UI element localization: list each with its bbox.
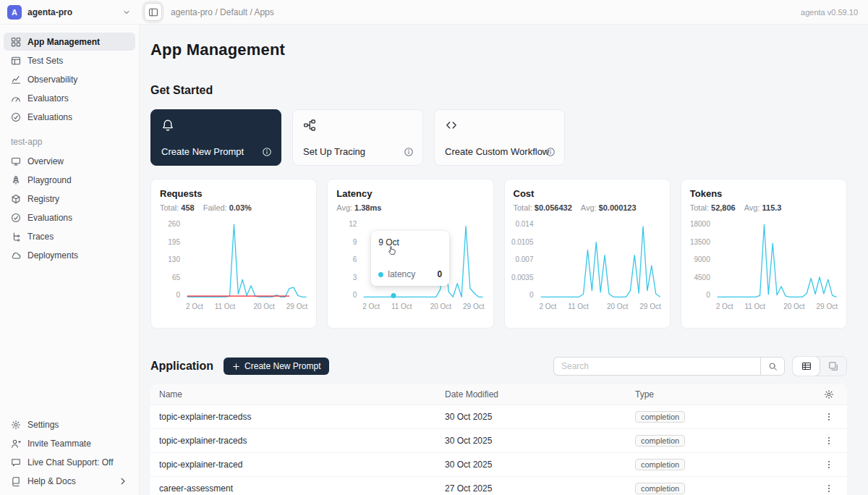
table-row[interactable]: topic-explainer-traceds30 Oct 2025comple… bbox=[150, 429, 847, 453]
stat-metric-value: 1.38ms bbox=[354, 203, 381, 212]
sidebar-app-item-evaluations[interactable]: Evaluations bbox=[4, 208, 135, 227]
sidebar-app-item-registry[interactable]: Registry bbox=[4, 190, 135, 208]
latency-chart[interactable]: 9 Octlatency0 bbox=[362, 221, 484, 299]
deployments-icon bbox=[11, 250, 21, 261]
sidebar-item-label: Registry bbox=[27, 194, 59, 204]
x-tick: 20 Oct bbox=[253, 302, 274, 310]
sidebar-item-invite-teammate[interactable]: Invite Teammate bbox=[4, 434, 135, 452]
row-menu-button[interactable] bbox=[820, 407, 838, 426]
set-up-tracing-card[interactable]: Set Up Tracing bbox=[292, 109, 423, 166]
y-tick: 260 bbox=[168, 221, 180, 228]
table-view-button[interactable] bbox=[793, 357, 820, 376]
sidebar-app-item-playground[interactable]: Playground bbox=[4, 171, 135, 189]
column-header-date-modified: Date Modified bbox=[436, 389, 626, 399]
chart-area: 1296309 Octlatency0 bbox=[336, 221, 484, 299]
x-tick: 2 Oct bbox=[540, 302, 557, 310]
sidebar-panel-icon bbox=[148, 7, 158, 17]
row-menu-button[interactable] bbox=[820, 479, 838, 495]
sidebar-item-help-docs[interactable]: Help & Docs bbox=[4, 472, 135, 490]
sidebar-item-live-chat-support-off[interactable]: Live Chat Support: Off bbox=[4, 453, 135, 471]
hovered-point-dot bbox=[391, 293, 396, 298]
sidebar-item-label: Evaluations bbox=[27, 213, 72, 223]
type-cell: completion bbox=[626, 435, 811, 447]
app-version: agenta v0.59.10 bbox=[801, 8, 858, 17]
sidebar-main-list: App ManagementTest SetsObservabilityEval… bbox=[0, 33, 139, 126]
stat-card-tokens: TokensTotal:52,806Avg:115.31800013500900… bbox=[681, 179, 847, 329]
cost-chart[interactable] bbox=[540, 221, 661, 299]
get-started-cards: Create New PromptSet Up TracingCreate Cu… bbox=[150, 109, 847, 166]
info-icon[interactable] bbox=[262, 147, 272, 157]
sidebar-item-evaluations[interactable]: Evaluations bbox=[4, 108, 135, 126]
y-tick: 6 bbox=[353, 256, 357, 263]
y-axis: 0.0140.01050.0070.00350 bbox=[514, 221, 540, 299]
app-name-cell: topic-explainer-tracedss bbox=[150, 412, 436, 422]
table-settings-button[interactable] bbox=[820, 385, 838, 404]
sidebar-item-label: App Management bbox=[27, 37, 100, 47]
sidebar-item-test-sets[interactable]: Test Sets bbox=[4, 51, 135, 69]
stat-card-title: Tokens bbox=[690, 188, 838, 199]
info-icon[interactable] bbox=[404, 147, 414, 157]
column-header-type: Type bbox=[626, 389, 811, 399]
create-new-prompt-button[interactable]: Create New Prompt bbox=[224, 358, 329, 375]
help-icon bbox=[11, 476, 21, 486]
testsets-icon bbox=[11, 56, 21, 66]
stat-metric-label: Avg: bbox=[336, 203, 352, 212]
stat-metric-value: 0.03% bbox=[229, 203, 252, 212]
row-menu-button[interactable] bbox=[820, 455, 838, 474]
create-custom-workflow-card[interactable]: Create Custom Workflow bbox=[434, 109, 565, 166]
breadcrumb[interactable]: agenta-pro / Default / Apps bbox=[171, 7, 274, 17]
stat-metric: Total:458 bbox=[160, 203, 195, 212]
info-icon[interactable] bbox=[545, 147, 556, 157]
y-tick: 4500 bbox=[694, 274, 710, 282]
sidebar-app-item-overview[interactable]: Overview bbox=[4, 152, 135, 170]
table-row[interactable]: career-assessment27 Oct 2025completion bbox=[150, 477, 847, 495]
table-body: topic-explainer-tracedss30 Oct 2025compl… bbox=[150, 405, 847, 495]
stat-metric-label: Avg: bbox=[581, 203, 597, 212]
search-button[interactable] bbox=[760, 357, 785, 376]
mouse-cursor-icon bbox=[387, 244, 398, 255]
chart-tooltip: 9 Octlatency0 bbox=[371, 231, 449, 286]
x-axis: 2 Oct11 Oct20 Oct29 Oct bbox=[186, 302, 307, 312]
search-bar bbox=[553, 357, 785, 376]
sidebar-toggle-button[interactable] bbox=[144, 3, 162, 21]
table-row[interactable]: topic-explainer-tracedss30 Oct 2025compl… bbox=[150, 405, 847, 429]
application-title: Application bbox=[150, 360, 213, 373]
search-input[interactable] bbox=[553, 357, 760, 376]
get-started-card-label: Create Custom Workflow bbox=[445, 146, 549, 157]
requests-chart[interactable] bbox=[186, 221, 307, 299]
sidebar-item-evaluators[interactable]: Evaluators bbox=[4, 89, 135, 107]
type-badge: completion bbox=[635, 411, 685, 423]
overview-icon bbox=[11, 156, 21, 166]
stat-metric-label: Total: bbox=[160, 203, 179, 212]
sidebar-app-item-deployments[interactable]: Deployments bbox=[4, 246, 135, 264]
workspace-selector[interactable]: A agenta-pro bbox=[0, 5, 140, 20]
sidebar-item-observability[interactable]: Observability bbox=[4, 70, 135, 88]
stat-card-meta: Total:$0.056432Avg:$0.000123 bbox=[514, 203, 661, 212]
chart-area: 260195130650 bbox=[160, 221, 307, 299]
table-view-icon bbox=[801, 361, 812, 371]
search-icon bbox=[768, 362, 778, 371]
get-started-title: Get Started bbox=[150, 84, 847, 97]
sidebar-app-list: OverviewPlaygroundRegistryEvaluationsTra… bbox=[0, 152, 139, 264]
type-cell: completion bbox=[626, 483, 811, 494]
y-tick: 0 bbox=[706, 292, 710, 299]
x-tick: 29 Oct bbox=[817, 302, 838, 310]
sidebar-item-app-management[interactable]: App Management bbox=[4, 33, 135, 51]
dots-icon bbox=[824, 460, 834, 470]
date-modified-cell: 27 Oct 2025 bbox=[436, 483, 626, 494]
card-view-button[interactable] bbox=[820, 357, 846, 376]
playground-icon bbox=[11, 175, 21, 185]
tokens-chart[interactable] bbox=[716, 221, 838, 299]
stat-metric-value: $0.000123 bbox=[599, 203, 637, 212]
sidebar-app-item-traces[interactable]: Traces bbox=[4, 227, 135, 245]
sidebar-bottom-list: SettingsInvite TeammateLive Chat Support… bbox=[0, 415, 139, 491]
row-menu-button[interactable] bbox=[820, 431, 838, 450]
y-tick: 65 bbox=[172, 274, 180, 282]
table-row[interactable]: topic-explainer-traced30 Oct 2025complet… bbox=[150, 453, 847, 477]
x-tick: 11 Oct bbox=[391, 302, 412, 310]
page-title: App Management bbox=[150, 41, 847, 59]
sidebar-item-settings[interactable]: Settings bbox=[4, 415, 135, 433]
create-new-prompt-card[interactable]: Create New Prompt bbox=[150, 109, 281, 166]
series-dot bbox=[378, 272, 383, 277]
chevron-right-icon bbox=[118, 476, 128, 486]
